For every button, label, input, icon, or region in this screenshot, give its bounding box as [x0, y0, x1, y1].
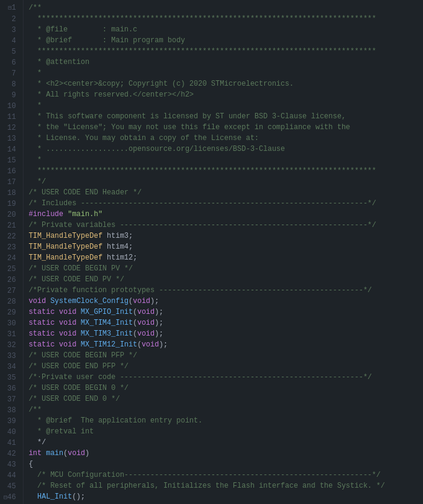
- code-line: /* MCU Configuration--------------------…: [28, 470, 423, 480]
- line-number: 11: [0, 112, 18, 123]
- line-number: 43: [0, 459, 18, 470]
- line-number: 16: [0, 166, 18, 177]
- code-line: static void MX_GPIO_Init(void);: [28, 307, 423, 317]
- line-number: 37: [0, 394, 18, 405]
- line-number: 38: [0, 405, 18, 416]
- code-line: static void MX_TIM12_Init(void);: [28, 339, 423, 350]
- code-line: *: [28, 100, 423, 111]
- code-line: /* USER CODE END PFP */: [28, 361, 423, 372]
- line-number: 45: [0, 481, 18, 492]
- code-line: /* USER CODE BEGIN PFP */: [28, 350, 423, 361]
- code-line: /**: [28, 404, 423, 415]
- fold-icon[interactable]: ⊟: [4, 3, 11, 14]
- code-line: */: [28, 176, 423, 187]
- code-line: {: [28, 459, 423, 470]
- line-number: 21: [0, 220, 18, 231]
- code-line: * the "License"; You may not use this fi…: [28, 122, 423, 133]
- line-number: 17: [0, 177, 18, 188]
- code-line: HAL_Init();: [28, 491, 423, 502]
- code-line: void SystemClock_Config(void);: [28, 296, 423, 307]
- line-number: 20: [0, 209, 18, 220]
- code-line: * @brief The application entry point.: [28, 415, 423, 426]
- code-line: TIM_HandleTypeDef htim4;: [28, 241, 423, 252]
- line-number: ⊟46: [0, 492, 18, 503]
- line-number: 35: [0, 372, 18, 383]
- code-line: /*·Private user code -------------------…: [28, 372, 423, 383]
- code-line: /* Includes ----------------------------…: [28, 198, 423, 209]
- code-line: TIM_HandleTypeDef htim12;: [28, 252, 423, 263]
- line-number: 2: [0, 14, 18, 25]
- code-line: *: [28, 68, 423, 78]
- line-number: 34: [0, 362, 18, 372]
- code-line: /**: [28, 2, 423, 13]
- code-line: ****************************************…: [28, 13, 423, 24]
- line-number: 29: [0, 307, 18, 318]
- line-number: 19: [0, 199, 18, 209]
- line-number: 27: [0, 285, 18, 296]
- line-number: 26: [0, 275, 18, 285]
- code-line: * ...................opensource.org/lice…: [28, 144, 423, 155]
- code-line: int main(void): [28, 448, 423, 459]
- line-number: 4: [0, 36, 18, 46]
- line-number-gutter: ⊟123456789101112131415161718192021222324…: [0, 0, 24, 504]
- code-line: ****************************************…: [28, 165, 423, 176]
- code-line: * @retval int: [28, 426, 423, 437]
- code-line: static void MX_TIM4_Init(void);: [28, 317, 423, 328]
- line-number: 7: [0, 68, 18, 79]
- line-number: 3: [0, 25, 18, 36]
- line-number: 15: [0, 155, 18, 166]
- code-line: /*Private function prototypes ----------…: [28, 285, 423, 296]
- code-line: * This software component is licensed by…: [28, 111, 423, 122]
- line-number: 31: [0, 329, 18, 340]
- line-number: 44: [0, 470, 18, 481]
- line-number: 30: [0, 318, 18, 329]
- line-number: 23: [0, 242, 18, 253]
- fold-icon[interactable]: ⊟: [0, 493, 7, 503]
- code-line: *: [28, 155, 423, 165]
- line-number: 28: [0, 296, 18, 307]
- code-line: * @file : main.c: [28, 24, 423, 35]
- line-number: 39: [0, 416, 18, 427]
- line-number: 41: [0, 438, 18, 448]
- code-editor: ⊟123456789101112131415161718192021222324…: [0, 0, 423, 504]
- code-line: * @brief : Main program body: [28, 35, 423, 46]
- code-line: /* USER CODE END Header */: [28, 187, 423, 198]
- code-line: #include "main.h": [28, 209, 423, 220]
- line-number: 8: [0, 79, 18, 90]
- code-line: */: [28, 437, 423, 448]
- line-number: 40: [0, 427, 18, 438]
- code-line: /* Reset of all peripherals, Initializes…: [28, 480, 423, 491]
- code-line: static void MX_TIM3_Init(void);: [28, 328, 423, 339]
- line-number: 12: [0, 123, 18, 133]
- code-line: /* USER CODE BEGIN PV */: [28, 263, 423, 274]
- code-line: /* Private variables -------------------…: [28, 220, 423, 231]
- code-line: TIM_HandleTypeDef htim3;: [28, 231, 423, 241]
- code-content[interactable]: /** ************************************…: [24, 0, 423, 504]
- line-number: 14: [0, 144, 18, 155]
- code-line: * License. You may obtain a copy of the …: [28, 133, 423, 144]
- line-number: 10: [0, 101, 18, 112]
- line-number: 6: [0, 57, 18, 68]
- line-number: 42: [0, 448, 18, 459]
- line-number: 22: [0, 231, 18, 242]
- line-number: 24: [0, 253, 18, 264]
- line-number: 36: [0, 383, 18, 394]
- code-line: /* USER CODE END PV */: [28, 274, 423, 285]
- code-line: ****************************************…: [28, 46, 423, 57]
- code-line: * <h2><center>&copy; Copyright (c) 2020 …: [28, 78, 423, 89]
- code-line: * @attention: [28, 57, 423, 68]
- line-number: ⊟1: [0, 2, 18, 14]
- line-number: 9: [0, 90, 18, 101]
- code-line: /* USER CODE BEGIN 0 */: [28, 383, 423, 394]
- line-number: 13: [0, 133, 18, 144]
- line-number: 25: [0, 264, 18, 275]
- line-number: 33: [0, 351, 18, 362]
- code-line: * All rights reserved.</center></h2>: [28, 89, 423, 100]
- line-number: 32: [0, 340, 18, 351]
- line-number: 5: [0, 46, 18, 57]
- line-number: 18: [0, 188, 18, 199]
- code-line: /* USER CODE END 0 */: [28, 394, 423, 404]
